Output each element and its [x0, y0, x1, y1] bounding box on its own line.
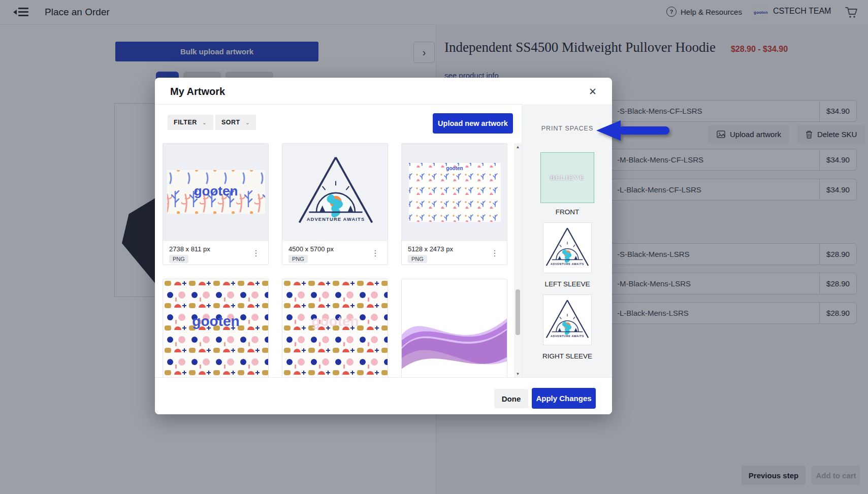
apply-changes-button[interactable]: Apply Changes	[532, 388, 596, 409]
kebab-menu-icon[interactable]: ⋮	[249, 247, 263, 259]
filter-dropdown[interactable]: FILTER ⌄	[168, 115, 213, 130]
modal-footer: Done Apply Changes	[155, 377, 612, 414]
artwork-purple-wave	[402, 279, 507, 377]
artwork-tile[interactable]: gooten 5128 x 2473 px PNG ⋮	[401, 143, 507, 265]
app-root: ADVENTURE AWAITS Place an Order ? Help &…	[0, 0, 868, 494]
believe-artwork-thumbnail: BELIEVE	[547, 157, 588, 198]
print-space-label: LEFT SLEEVE	[522, 280, 612, 288]
chevron-down-icon: ⌄	[202, 119, 207, 126]
upload-new-artwork-button[interactable]: Upload new artwork	[433, 113, 513, 134]
artwork-meta: 5128 x 2473 px PNG ⋮	[402, 241, 507, 265]
scrollbar-up-button[interactable]: ▲	[514, 143, 522, 150]
artwork-meta: 2738 x 811 px PNG ⋮	[163, 241, 268, 265]
my-artwork-modal: My Artwork ✕ FILTER ⌄ SORT ⌄ Upload new …	[155, 78, 612, 414]
print-space-right-sleeve[interactable]	[543, 294, 592, 345]
print-spaces-panel: PRINT SPACES BELIEVE FRONT LEFT SLEEVE R…	[522, 104, 612, 377]
done-button[interactable]: Done	[494, 389, 528, 408]
modal-title: My Artwork	[170, 86, 225, 97]
artwork-grid: gooten 2738 x 811 px PNG ⋮ 4500	[163, 143, 508, 377]
artwork-tile[interactable]: 4500 x 5700 px PNG ⋮	[282, 143, 388, 265]
gooten-artwork-text: gooten	[194, 183, 238, 199]
artwork-adventure-triangle	[282, 144, 388, 241]
kebab-menu-icon[interactable]: ⋮	[488, 247, 502, 259]
gooten-artwork-text: gooten	[446, 166, 463, 171]
gooten-artwork-text: gooten	[192, 313, 239, 329]
sort-label: SORT	[221, 119, 240, 126]
artwork-tile[interactable]: gooten	[282, 279, 388, 377]
artwork-dimensions: 2738 x 811 px	[169, 245, 262, 253]
artwork-tile[interactable]: gooten 2738 x 811 px PNG ⋮	[163, 143, 269, 265]
close-icon[interactable]: ✕	[587, 85, 599, 98]
chevron-down-icon: ⌄	[245, 119, 250, 126]
format-badge: PNG	[408, 255, 427, 263]
filter-label: FILTER	[174, 119, 197, 126]
print-space-label: FRONT	[522, 208, 612, 216]
artwork-meta: 4500 x 5700 px PNG ⋮	[282, 241, 388, 265]
artwork-memphis-pattern-light: gooten	[282, 279, 388, 377]
artwork-tile[interactable]: gooten	[163, 279, 269, 377]
artwork-dimensions: 4500 x 5700 px	[288, 245, 381, 253]
scrollbar-thumb[interactable]	[516, 289, 520, 335]
kebab-menu-icon[interactable]: ⋮	[368, 247, 382, 259]
print-space-front[interactable]: BELIEVE	[540, 152, 594, 203]
artwork-memphis-pattern: gooten	[163, 279, 268, 377]
format-badge: PNG	[169, 255, 188, 263]
gooten-artwork-text: gooten	[311, 313, 359, 329]
sort-dropdown[interactable]: SORT ⌄	[215, 115, 256, 130]
scrollbar-down-button[interactable]: ▼	[514, 370, 522, 377]
artwork-tile[interactable]	[401, 279, 507, 377]
print-space-label: RIGHT SLEEVE	[522, 352, 612, 360]
adventure-artwork-thumbnail	[546, 298, 589, 342]
format-badge: PNG	[288, 255, 308, 263]
artwork-floral-banner: gooten	[163, 144, 268, 241]
artwork-floral-pattern: gooten	[402, 144, 507, 241]
print-space-left-sleeve[interactable]	[543, 222, 592, 273]
adventure-artwork-thumbnail	[546, 225, 589, 270]
artwork-dimensions: 5128 x 2473 px	[408, 245, 501, 253]
annotation-arrow-icon	[593, 118, 674, 143]
artwork-scrollbar[interactable]: ▲ ▼	[514, 143, 522, 377]
